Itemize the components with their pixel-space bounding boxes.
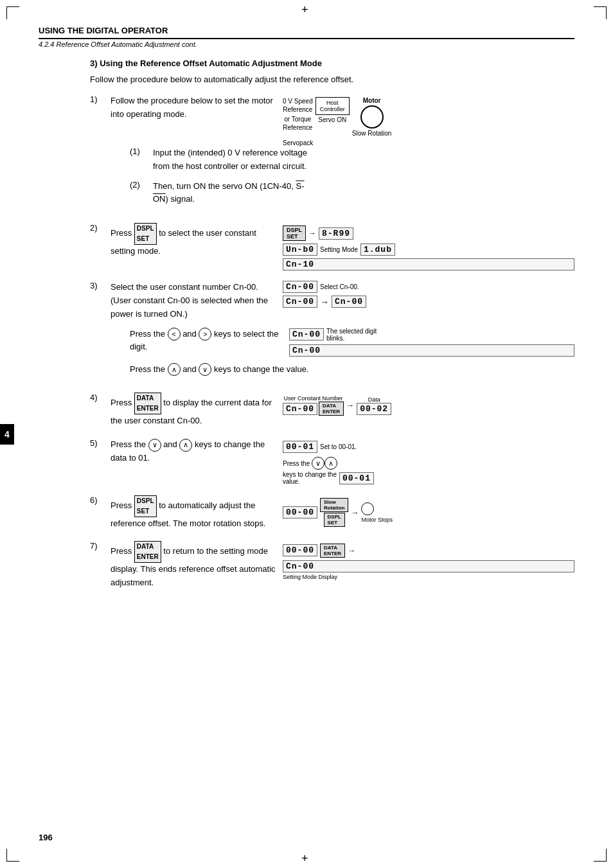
arrow-right-6: →	[351, 508, 359, 517]
data-enter-btn-7: DATAENTER	[320, 544, 345, 558]
down-key-3[interactable]: ∨	[199, 363, 211, 376]
step-7-text: Press DATAENTER to return to the setting…	[111, 541, 278, 590]
step-2-text: Press DSPLSET to select the user constan…	[111, 223, 278, 270]
or-torque-label: or TorqueReference	[283, 115, 312, 132]
dspl-set-btn-diag: DSPLSET	[283, 226, 306, 241]
sub-3-1-text: Press the < and > keys to select the dig…	[130, 328, 284, 357]
down-key-5[interactable]: ∨	[148, 439, 161, 452]
step-7-num: 7)	[90, 541, 105, 590]
display-00-02: 00-02	[357, 403, 391, 415]
display-blink-1: Cn-00	[289, 328, 324, 341]
keys-change-label-5: keys to change thevalue. 00-01	[283, 471, 574, 485]
step-5-text: Press the ∨ and ∧ keys to change the dat…	[111, 438, 278, 485]
setting-mode-display-label: Setting Mode Display	[283, 574, 574, 580]
step-5: 5) Press the ∨ and ∧ keys to change the …	[90, 438, 574, 485]
step-2: 2) Press DSPLSET to select the user cons…	[90, 223, 574, 270]
header-title: USING THE DIGITAL OPERATOR	[39, 26, 574, 35]
content-area: 1) Follow the procedure below to set the…	[90, 94, 574, 590]
display-cn-00-select: Cn-00	[283, 281, 317, 293]
step-4-text: Press DATAENTER to display the current d…	[111, 393, 278, 428]
press-keys-label-5: Press the ∨∧	[283, 457, 574, 470]
user-constant-number-label: User Constant Number	[283, 395, 344, 402]
motor-label: Motor	[363, 97, 381, 104]
step-6-num: 6)	[90, 495, 105, 531]
up-key-3[interactable]: ∧	[168, 363, 181, 376]
sub-step-1-1: (1) Input the (intended) 0 V reference v…	[130, 146, 574, 173]
slow-rotation-btn: SlowRotation	[320, 498, 348, 512]
header-subtitle: 4.2.4 Reference Offset Automatic Adjustm…	[39, 40, 574, 48]
data-label-4: Data	[357, 396, 391, 403]
step-6-text: Press DSPLSET to automatically adjust th…	[111, 495, 278, 531]
step-3-num: 3)	[90, 281, 105, 382]
display-blink-2: Cn-00	[289, 344, 574, 357]
servopack-label: Servopack	[283, 139, 574, 146]
step-4: 4) Press DATAENTER to display the curren…	[90, 393, 574, 428]
up-key-5[interactable]: ∧	[179, 439, 192, 452]
setting-mode-label: Setting Mode	[320, 246, 358, 253]
dspl-set-btn-6: DSPLSET	[324, 513, 345, 527]
step-1-diagram: 0 V SpeedReference or TorqueReference Ho…	[283, 94, 574, 146]
s-on-text: S-ON	[153, 181, 305, 204]
set-to-label: Set to 00-01.	[320, 443, 357, 450]
sub-3-1-diag: Cn-00 The selected digitblinks. Cn-00	[289, 328, 574, 357]
keys-change-text: keys to change thevalue.	[283, 471, 337, 485]
left-key[interactable]: <	[168, 328, 181, 341]
sub-step-3-2: Press the ∧ and ∨ keys to change the val…	[130, 363, 574, 376]
display-digit-1: Cn-00	[283, 296, 317, 308]
display-00-01-change: 00-01	[339, 472, 374, 484]
step-5-num: 5)	[90, 438, 105, 485]
servo-on-label: Servo ON	[318, 116, 346, 123]
step-7: 7) Press DATAENTER to return to the sett…	[90, 541, 574, 590]
sub-1-1-num: (1)	[130, 146, 148, 173]
step-5-diagram: 00-01 Set to 00-01. Press the ∨∧ keys to…	[283, 438, 574, 485]
display-digit-2: Cn-00	[332, 296, 366, 308]
display-cn-00-4: Cn-00	[283, 403, 317, 415]
stop-icon-6	[361, 502, 374, 515]
right-key[interactable]: >	[199, 328, 211, 341]
up-key-5b[interactable]: ∧	[324, 457, 337, 470]
sub-1-1-text: Input the (intended) 0 V reference volta…	[153, 146, 307, 173]
data-enter-btn-diag: DATAENTER	[319, 402, 344, 416]
select-cn00-label: Select Cn-00.	[320, 283, 359, 290]
zero-v-speed-label: 0 V SpeedReference	[283, 97, 313, 114]
display-cn-10: Cn-10	[283, 258, 574, 270]
dspl-set-key-6: DSPLSET	[134, 495, 157, 517]
step-1-num: 1)	[90, 94, 105, 213]
step-3-text: Select the user constant number Cn-00. (…	[111, 281, 278, 321]
arrow-right-2: →	[308, 229, 316, 238]
display-1-dub: 1.dub	[360, 244, 395, 256]
display-00-00-6: 00-00	[283, 506, 317, 518]
motor-circle	[360, 105, 384, 128]
display-8-rr9: 8-R99	[319, 227, 353, 240]
arrow-right-3: →	[320, 297, 329, 307]
display-un-b0: Un-b0	[283, 244, 317, 256]
page-header: USING THE DIGITAL OPERATOR	[39, 26, 574, 39]
motor-stops-label: Motor Stops	[361, 517, 393, 523]
arrow-right-4: →	[346, 401, 354, 410]
display-00-00-7: 00-00	[283, 544, 317, 556]
step-2-diagram: DSPLSET → 8-R99 Un-b0 Setting Mode 1.dub…	[283, 223, 574, 270]
section-title: 3) Using the Reference Offset Automatic …	[90, 58, 574, 68]
step-4-diagram: User Constant Number Cn-00 DATAENTER → D…	[283, 393, 574, 428]
host-controller-box: HostController	[315, 97, 350, 115]
intro-text: Follow the procedure below to automatica…	[90, 75, 574, 84]
step-1-text: Follow the procedure below to set the mo…	[111, 94, 278, 146]
display-cn-00-7: Cn-00	[283, 560, 574, 572]
slow-rotation-label: Slow Rotation	[352, 130, 392, 137]
digit-blinks-label: The selected digitblinks.	[326, 328, 377, 342]
step-1: 1) Follow the procedure below to set the…	[90, 94, 574, 213]
step-3-diagram-1: Cn-00 Select Cn-00. Cn-00 → Cn-00	[283, 281, 574, 321]
display-00-01-set: 00-01	[283, 441, 317, 453]
down-key-5b[interactable]: ∨	[312, 457, 324, 470]
step-2-num: 2)	[90, 223, 105, 270]
step-4-num: 4)	[90, 393, 105, 428]
step-7-diagram: 00-00 DATAENTER → Cn-00 Setting Mode Dis…	[283, 541, 574, 590]
page-number: 196	[39, 833, 53, 842]
step-3: 3) Select the user constant number Cn-00…	[90, 281, 574, 382]
step-6: 6) Press DSPLSET to automatically adjust…	[90, 495, 574, 531]
sub-step-3-1: Press the < and > keys to select the dig…	[130, 328, 574, 357]
sub-1-2-text: Then, turn ON the servo ON (1CN-40, S-ON…	[153, 180, 307, 207]
arrow-right-7: →	[348, 546, 355, 555]
sub-step-1-2: (2) Then, turn ON the servo ON (1CN-40, …	[130, 180, 574, 207]
sub-1-2-num: (2)	[130, 180, 148, 207]
